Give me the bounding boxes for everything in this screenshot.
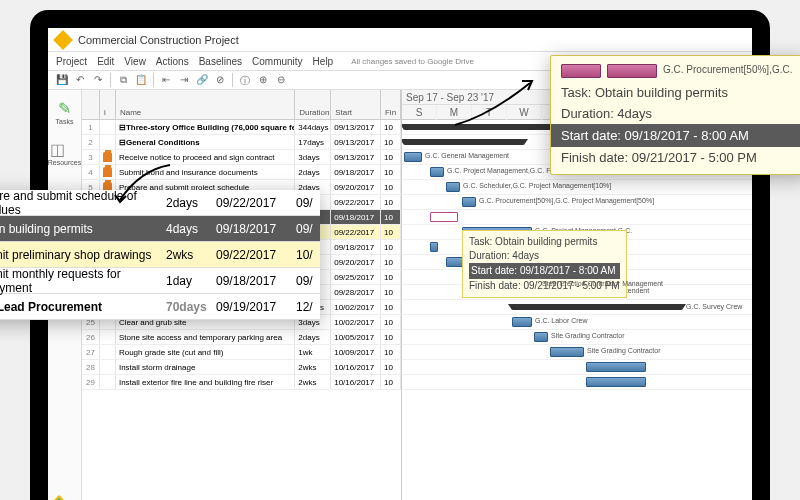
task-start[interactable]: 10/09/2017	[331, 345, 381, 359]
table-row[interactable]: 28Install storm drainage2wks10/16/201710	[82, 360, 401, 375]
menu-community[interactable]: Community	[252, 56, 303, 67]
task-finish[interactable]: 10	[381, 210, 401, 224]
table-row[interactable]: 4Submit bond and insurance documents2day…	[82, 165, 401, 180]
save-icon[interactable]: 💾	[56, 74, 68, 86]
zoom-out-icon[interactable]: ⊖	[275, 74, 287, 86]
task-finish[interactable]: 10	[381, 285, 401, 299]
task-finish[interactable]: 10	[381, 135, 401, 149]
task-finish[interactable]: 10	[381, 330, 401, 344]
gantt-row[interactable]	[402, 210, 752, 225]
paste-icon[interactable]: 📋	[135, 74, 147, 86]
task-start[interactable]: 09/22/2017	[331, 225, 381, 239]
table-row[interactable]: g Lead Procurement70days09/19/201712/	[0, 294, 320, 320]
task-duration[interactable]: 2days	[295, 330, 331, 344]
task-finish[interactable]: 10	[381, 255, 401, 269]
col-info[interactable]: i	[100, 90, 116, 119]
task-duration[interactable]: 17days	[295, 135, 331, 149]
indent-icon[interactable]: ⇥	[178, 74, 190, 86]
copy-icon[interactable]: ⧉	[117, 74, 129, 86]
task-duration[interactable]: 2wks	[295, 360, 331, 374]
task-finish[interactable]: 10	[381, 270, 401, 284]
task-start[interactable]: 10/16/2017	[331, 360, 381, 374]
task-finish[interactable]: 10	[381, 360, 401, 374]
undo-icon[interactable]: ↶	[74, 74, 86, 86]
task-start[interactable]: 09/13/2017	[331, 150, 381, 164]
task-start[interactable]: 09/22/2017	[331, 195, 381, 209]
gantt-row[interactable]: Site Grading Contractor	[402, 330, 752, 345]
gantt-row[interactable]: G.C. Labor Crew	[402, 315, 752, 330]
task-finish[interactable]: 10	[381, 225, 401, 239]
task-start[interactable]: 09/28/2017	[331, 285, 381, 299]
task-finish[interactable]: 10	[381, 165, 401, 179]
task-start[interactable]: 10/16/2017	[331, 375, 381, 389]
table-row[interactable]: 2⊟General Conditions17days09/13/201710	[82, 135, 401, 150]
table-row[interactable]: pare and submit schedule of values2days0…	[0, 190, 320, 216]
gantt-bar[interactable]: G.C. Labor Crew	[512, 317, 532, 327]
task-start[interactable]: 09/20/2017	[331, 180, 381, 194]
gantt-bar[interactable]: G.C. Scheduler,G.C. Project Management[1…	[446, 182, 460, 192]
gantt-bar[interactable]: G.C. Procurement[50%],G.C. Project Manag…	[462, 197, 476, 207]
sidebar-tasks[interactable]: ✎ Tasks	[55, 98, 75, 125]
task-finish[interactable]: 10	[381, 375, 401, 389]
task-start[interactable]: 09/20/2017	[331, 255, 381, 269]
gantt-bar[interactable]	[404, 139, 524, 145]
unlink-icon[interactable]: ⊘	[214, 74, 226, 86]
menu-view[interactable]: View	[124, 56, 146, 67]
gantt-bar[interactable]	[430, 212, 458, 222]
task-duration[interactable]: 2days	[295, 165, 331, 179]
task-name[interactable]: Receive notice to proceed and sign contr…	[116, 150, 295, 164]
gantt-bar[interactable]	[586, 377, 646, 387]
task-start[interactable]: 09/18/2017	[331, 240, 381, 254]
task-finish[interactable]: 10	[381, 345, 401, 359]
task-name[interactable]: Install storm drainage	[116, 360, 295, 374]
task-start[interactable]: 09/18/2017	[331, 165, 381, 179]
task-finish[interactable]: 10	[381, 240, 401, 254]
task-name[interactable]: Rough grade site (cut and fill)	[116, 345, 295, 359]
task-duration[interactable]: 3days	[295, 150, 331, 164]
task-finish[interactable]: 10	[381, 300, 401, 314]
table-row[interactable]: omit preliminary shop drawings2wks09/22/…	[0, 242, 320, 268]
gantt-row[interactable]: G.C. Survey Crew	[402, 300, 752, 315]
link-icon[interactable]: 🔗	[196, 74, 208, 86]
col-start[interactable]: Start	[331, 90, 381, 119]
task-start[interactable]: 09/13/2017	[331, 135, 381, 149]
task-duration[interactable]: 1wk	[295, 345, 331, 359]
task-name[interactable]: ⊟General Conditions	[116, 135, 295, 149]
table-row[interactable]: 3Receive notice to proceed and sign cont…	[82, 150, 401, 165]
gantt-row[interactable]: Site Grading Contractor	[402, 345, 752, 360]
table-row[interactable]: 27Rough grade site (cut and fill)1wk10/0…	[82, 345, 401, 360]
col-finish[interactable]: Fin	[381, 90, 401, 119]
task-name[interactable]: Stone site access and temporary parking …	[116, 330, 295, 344]
gantt-row[interactable]	[402, 375, 752, 390]
task-finish[interactable]: 10	[381, 195, 401, 209]
task-duration[interactable]: 344days	[295, 120, 331, 134]
col-name[interactable]: Name	[116, 90, 295, 119]
task-duration[interactable]: 2wks	[295, 375, 331, 389]
sidebar-resources[interactable]: ◫ Resources	[48, 139, 81, 166]
col-duration[interactable]: Duration	[295, 90, 331, 119]
task-start[interactable]: 10/02/2017	[331, 315, 381, 329]
task-start[interactable]: 09/25/2017	[331, 270, 381, 284]
info-icon[interactable]: ⓘ	[239, 74, 251, 86]
task-finish[interactable]: 10	[381, 315, 401, 329]
menu-project[interactable]: Project	[56, 56, 87, 67]
zoom-in-icon[interactable]: ⊕	[257, 74, 269, 86]
task-start[interactable]: 09/13/2017	[331, 120, 381, 134]
gantt-bar[interactable]: G.C. Survey Crew	[512, 304, 682, 310]
menu-help[interactable]: Help	[313, 56, 334, 67]
task-finish[interactable]: 10	[381, 180, 401, 194]
table-row[interactable]: tain building permits4days09/18/201709/	[0, 216, 320, 242]
gantt-bar[interactable]: G.C. General Management	[404, 152, 422, 162]
task-start[interactable]: 10/02/2017	[331, 300, 381, 314]
redo-icon[interactable]: ↷	[92, 74, 104, 86]
table-row[interactable]: 1⊟Three-story Office Building (76,000 sq…	[82, 120, 401, 135]
table-row[interactable]: omit monthly requests for payment1day09/…	[0, 268, 320, 294]
gantt-bar[interactable]: Site Grading Contractor	[550, 347, 584, 357]
task-start[interactable]: 10/05/2017	[331, 330, 381, 344]
gantt-bar[interactable]	[586, 362, 646, 372]
gantt-row[interactable]: G.C. Procurement[50%],G.C. Project Manag…	[402, 195, 752, 210]
menu-baselines[interactable]: Baselines	[199, 56, 242, 67]
menu-edit[interactable]: Edit	[97, 56, 114, 67]
task-start[interactable]: 09/18/2017	[331, 210, 381, 224]
task-finish[interactable]: 10	[381, 150, 401, 164]
